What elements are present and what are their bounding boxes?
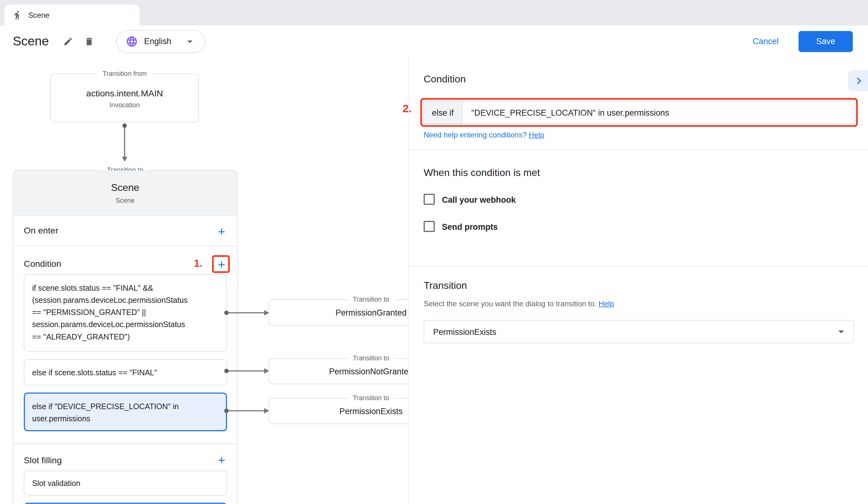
- call-webhook-label: Call your webhook: [442, 195, 516, 204]
- target-scene-name: PermissionGranted: [269, 300, 408, 326]
- target-node-permission-exists[interactable]: Transition to PermissionExists: [269, 398, 409, 424]
- send-prompts-option[interactable]: Send prompts: [424, 221, 498, 232]
- tab-scene[interactable]: Scene: [4, 4, 140, 25]
- when-condition-met-heading: When this condition is met: [424, 167, 540, 179]
- condition-detail-panel: Condition 2. else if "DEVICE_PRECISE_LOC…: [408, 57, 868, 504]
- delete-trash-icon: [84, 36, 94, 46]
- connector-arrow: [264, 368, 269, 374]
- transition-to-label: Transition to: [348, 296, 393, 303]
- transition-heading: Transition: [424, 280, 467, 292]
- connector-arrow: [264, 310, 269, 316]
- transition-scene-value: PermissionExists: [433, 327, 496, 336]
- tab-label: Scene: [28, 11, 50, 19]
- target-node-permission-not-granted[interactable]: Transition to PermissionNotGranted: [269, 358, 409, 384]
- chevron-right-icon: [852, 74, 866, 88]
- transition-from-node[interactable]: Transition from actions.intent.MAIN Invo…: [50, 74, 199, 123]
- slot-validation-item[interactable]: Slot validation: [24, 471, 227, 496]
- connector-line: [229, 370, 264, 371]
- annotation-step-2: 2.: [402, 102, 412, 115]
- language-value: English: [144, 37, 171, 46]
- target-scene-name: PermissionExists: [269, 399, 408, 424]
- help-text: Need help entering conditions?: [424, 130, 527, 139]
- transition-to-label: Transition to: [348, 355, 393, 362]
- flow-canvas: Transition from actions.intent.MAIN Invo…: [0, 57, 408, 504]
- save-button[interactable]: Save: [799, 31, 853, 52]
- condition-section-label: Condition: [24, 259, 61, 269]
- transition-from-label: Transition from: [98, 70, 151, 77]
- condition-item-selected[interactable]: else if "DEVICE_PRECISE_LOCATION" in use…: [24, 392, 227, 431]
- help-link[interactable]: Help: [529, 130, 544, 139]
- delete-scene-button[interactable]: [81, 33, 97, 50]
- cutoff-item[interactable]: [24, 503, 227, 504]
- connector-arrow: [264, 408, 269, 413]
- cancel-button[interactable]: Cancel: [753, 37, 778, 46]
- condition-prefix-chip: else if: [424, 101, 463, 124]
- language-selector[interactable]: English: [116, 30, 206, 53]
- caret-down-icon: [834, 325, 848, 338]
- connector-line: [229, 410, 264, 411]
- transition-to-label: Transition to: [348, 394, 393, 402]
- send-prompts-label: Send prompts: [442, 222, 498, 231]
- connector-dot: [224, 409, 229, 413]
- app-window: Scene Scene English Cancel Save: [0, 0, 868, 504]
- section-divider: [13, 443, 237, 444]
- connector-dot: [224, 311, 229, 315]
- tab-strip: Scene: [0, 0, 868, 25]
- connector-line: [124, 128, 125, 157]
- edit-pencil-icon: [63, 36, 73, 46]
- globe-icon: [126, 35, 138, 47]
- target-node-permission-granted[interactable]: Transition to PermissionGranted: [269, 300, 409, 326]
- slot-filling-section-label: Slot filling: [24, 455, 62, 465]
- page-title: Scene: [13, 34, 49, 49]
- panel-divider: [409, 149, 868, 150]
- add-on-enter-button[interactable]: +: [214, 223, 229, 239]
- connector-arrow: [122, 157, 127, 162]
- send-prompts-checkbox[interactable]: [424, 221, 435, 232]
- condition-heading: Condition: [424, 74, 466, 85]
- connector-line: [229, 312, 264, 313]
- annotation-highlight-box-1: [212, 255, 230, 273]
- transition-description-text: Select the scene you want the dialog to …: [424, 300, 597, 308]
- condition-help-line: Need help entering conditions? Help: [424, 130, 544, 139]
- target-scene-name: PermissionNotGranted: [269, 359, 408, 384]
- panel-divider: [409, 266, 868, 266]
- condition-item[interactable]: if scene.slots.status == "FINAL" && (ses…: [24, 274, 227, 351]
- condition-editor: else if "DEVICE_PRECISE_LOCATION" in use…: [423, 101, 855, 124]
- transition-scene-dropdown[interactable]: PermissionExists: [424, 320, 854, 343]
- on-enter-label: On enter: [24, 226, 59, 236]
- scene-card-title: Scene: [13, 182, 237, 194]
- call-webhook-checkbox[interactable]: [424, 194, 435, 205]
- transition-help-link[interactable]: Help: [599, 300, 614, 308]
- annotation-step-1: 1.: [194, 258, 203, 270]
- condition-expression-input[interactable]: "DEVICE_PRECISE_LOCATION" in user.permis…: [463, 101, 854, 124]
- caret-down-icon: [184, 35, 196, 47]
- header: Scene English Cancel Save: [0, 25, 868, 57]
- on-enter-section: On enter +: [13, 216, 237, 246]
- connector-dot: [224, 369, 229, 373]
- edit-scene-button[interactable]: [60, 33, 76, 50]
- walking-person-icon: [13, 10, 22, 20]
- scene-card-header[interactable]: Scene Scene: [13, 170, 237, 216]
- call-webhook-option[interactable]: Call your webhook: [424, 194, 516, 205]
- intent-type: Invocation: [51, 101, 198, 109]
- intent-name: actions.intent.MAIN: [51, 88, 198, 98]
- transition-description: Select the scene you want the dialog to …: [424, 300, 614, 308]
- scene-node-card: Transition to Scene Scene On enter + Con…: [13, 170, 238, 504]
- condition-item[interactable]: else if scene.slots.status == "FINAL": [24, 359, 227, 386]
- connector-dot: [123, 124, 127, 128]
- add-slot-button[interactable]: +: [214, 452, 229, 468]
- collapse-panel-button[interactable]: [848, 70, 868, 92]
- scene-card-subtitle: Scene: [13, 197, 237, 204]
